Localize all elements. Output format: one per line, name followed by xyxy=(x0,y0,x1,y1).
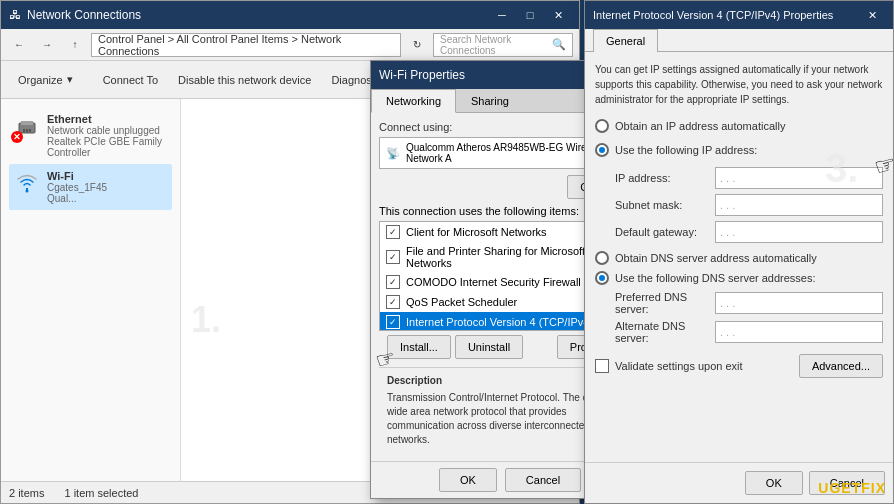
uninstall-button[interactable]: Uninstall xyxy=(455,335,523,359)
ethernet-info: Ethernet Network cable unplugged Realtek… xyxy=(47,113,168,158)
up-button[interactable]: ↑ xyxy=(63,33,87,57)
alternate-dns-input[interactable]: . . . xyxy=(715,321,883,343)
ipv4-content: You can get IP settings assigned automat… xyxy=(585,52,893,462)
refresh-button[interactable]: ↻ xyxy=(405,33,429,57)
chevron-down-icon: ▾ xyxy=(67,73,73,86)
window-titlebar: 🖧 Network Connections ─ □ ✕ xyxy=(1,1,579,29)
ip-field-group: IP address: . . . Subnet mask: . . . Def… xyxy=(615,167,883,243)
subnet-row: Subnet mask: . . . xyxy=(615,194,883,216)
advanced-button[interactable]: Advanced... xyxy=(799,354,883,378)
ethernet-status: Network cable unplugged xyxy=(47,125,168,136)
preferred-dns-row: Preferred DNS server: . . . xyxy=(615,291,883,315)
selected-count: 1 item selected xyxy=(64,487,138,499)
subnet-label: Subnet mask: xyxy=(615,199,715,211)
item-count: 2 items xyxy=(9,487,44,499)
auto-dns-radio[interactable] xyxy=(595,251,609,265)
use-ip-radio[interactable] xyxy=(595,143,609,157)
validate-label: Validate settings upon exit xyxy=(615,360,743,372)
search-placeholder: Search Network Connections xyxy=(440,34,552,56)
ipv4-ok-button[interactable]: OK xyxy=(745,471,803,495)
minimize-button[interactable]: ─ xyxy=(489,5,515,25)
ethernet-controller: Realtek PCIe GBE Family Controller xyxy=(47,136,168,158)
step-1-label: 1. xyxy=(191,299,221,341)
tab-sharing[interactable]: Sharing xyxy=(456,89,524,112)
validate-checkbox[interactable] xyxy=(595,359,609,373)
checkbox-5: ✓ xyxy=(386,315,400,329)
forward-button[interactable]: → xyxy=(35,33,59,57)
wifi-icon xyxy=(15,172,39,196)
wifi-adapter: Qual... xyxy=(47,193,168,204)
window-controls: ─ □ ✕ xyxy=(489,5,571,25)
ip-address-row: IP address: . . . xyxy=(615,167,883,189)
error-badge: ✕ xyxy=(11,131,23,143)
connect-to-button[interactable]: Connect To xyxy=(94,66,167,94)
auto-dns-radio-row[interactable]: Obtain DNS server address automatically xyxy=(595,251,883,265)
breadcrumb[interactable]: Control Panel > All Control Panel Items … xyxy=(91,33,401,57)
auto-ip-radio[interactable] xyxy=(595,119,609,133)
use-dns-radio[interactable] xyxy=(595,271,609,285)
checkbox-3: ✓ xyxy=(386,275,400,289)
maximize-button[interactable]: □ xyxy=(517,5,543,25)
ipv4-title: Internet Protocol Version 4 (TCP/IPv4) P… xyxy=(593,9,833,21)
ip-address-label: IP address: xyxy=(615,172,715,184)
ip-address-input[interactable]: . . . xyxy=(715,167,883,189)
ipv4-tab-row: General xyxy=(585,29,893,52)
svg-point-5 xyxy=(26,190,29,193)
wifi-adapter-item[interactable]: Wi-Fi Cgates_1F45 Qual... xyxy=(9,164,172,210)
address-bar: ← → ↑ Control Panel > All Control Panel … xyxy=(1,29,579,61)
tab-networking[interactable]: Networking xyxy=(371,89,456,113)
svg-rect-2 xyxy=(23,129,25,132)
wifi-ssid: Cgates_1F45 xyxy=(47,182,168,193)
alternate-dns-row: Alternate DNS server: . . . xyxy=(615,320,883,344)
tab-general[interactable]: General xyxy=(593,29,658,52)
ipv4-description: You can get IP settings assigned automat… xyxy=(595,62,883,107)
organize-button[interactable]: Organize ▾ xyxy=(9,66,82,94)
ipv4-close-button[interactable]: ✕ xyxy=(859,5,885,25)
checkbox-2: ✓ xyxy=(386,250,400,264)
preferred-dns-label: Preferred DNS server: xyxy=(615,291,715,315)
disable-button[interactable]: Disable this network device xyxy=(169,66,320,94)
ethernet-icon-wrapper: ✕ xyxy=(13,113,41,141)
subnet-input[interactable]: . . . xyxy=(715,194,883,216)
ipv4-titlebar: Internet Protocol Version 4 (TCP/IPv4) P… xyxy=(585,1,893,29)
ethernet-adapter-item[interactable]: ✕ Ethernet Network cable unplugged Realt… xyxy=(9,107,172,164)
use-dns-radio-row[interactable]: Use the following DNS server addresses: xyxy=(595,271,883,285)
watermark: UGETFIX xyxy=(818,480,886,496)
window-title: Network Connections xyxy=(27,8,141,22)
adapter-icon: 📡 xyxy=(386,147,400,160)
svg-rect-4 xyxy=(29,129,31,132)
auto-ip-group: Obtain an IP address automatically xyxy=(595,119,883,133)
checkbox-4: ✓ xyxy=(386,295,400,309)
use-dns-label: Use the following DNS server addresses: xyxy=(615,272,816,284)
use-ip-radio-row[interactable]: Use the following IP address: xyxy=(595,143,883,157)
ethernet-name: Ethernet xyxy=(47,113,168,125)
auto-ip-label: Obtain an IP address automatically xyxy=(615,120,785,132)
network-icon-small: 🖧 xyxy=(9,8,21,22)
ipv4-properties-dialog: Internet Protocol Version 4 (TCP/IPv4) P… xyxy=(584,0,894,504)
search-icon: 🔍 xyxy=(552,38,566,51)
use-ip-label: Use the following IP address: xyxy=(615,144,757,156)
gateway-input[interactable]: . . . xyxy=(715,221,883,243)
back-button[interactable]: ← xyxy=(7,33,31,57)
wifi-icon-wrapper xyxy=(13,170,41,198)
dns-field-group: Preferred DNS server: . . . Alternate DN… xyxy=(615,291,883,344)
validate-row[interactable]: Validate settings upon exit Advanced... xyxy=(595,354,883,378)
auto-dns-label: Obtain DNS server address automatically xyxy=(615,252,817,264)
gateway-label: Default gateway: xyxy=(615,226,715,238)
use-ip-group: Use the following IP address: xyxy=(595,143,883,157)
search-box[interactable]: Search Network Connections 🔍 xyxy=(433,33,573,57)
install-button[interactable]: Install... xyxy=(387,335,451,359)
svg-rect-3 xyxy=(26,129,28,132)
wifi-ok-button[interactable]: OK xyxy=(439,468,497,492)
preferred-dns-input[interactable]: . . . xyxy=(715,292,883,314)
checkbox-1: ✓ xyxy=(386,225,400,239)
gateway-row: Default gateway: . . . xyxy=(615,221,883,243)
wifi-info: Wi-Fi Cgates_1F45 Qual... xyxy=(47,170,168,204)
wifi-name: Wi-Fi xyxy=(47,170,168,182)
close-button[interactable]: ✕ xyxy=(545,5,571,25)
wifi-cancel-button[interactable]: Cancel xyxy=(505,468,581,492)
wifi-dialog-title: Wi-Fi Properties xyxy=(379,68,465,82)
dns-section: Obtain DNS server address automatically … xyxy=(595,251,883,344)
adapters-panel: ✕ Ethernet Network cable unplugged Realt… xyxy=(1,99,181,481)
auto-ip-radio-row[interactable]: Obtain an IP address automatically xyxy=(595,119,883,133)
